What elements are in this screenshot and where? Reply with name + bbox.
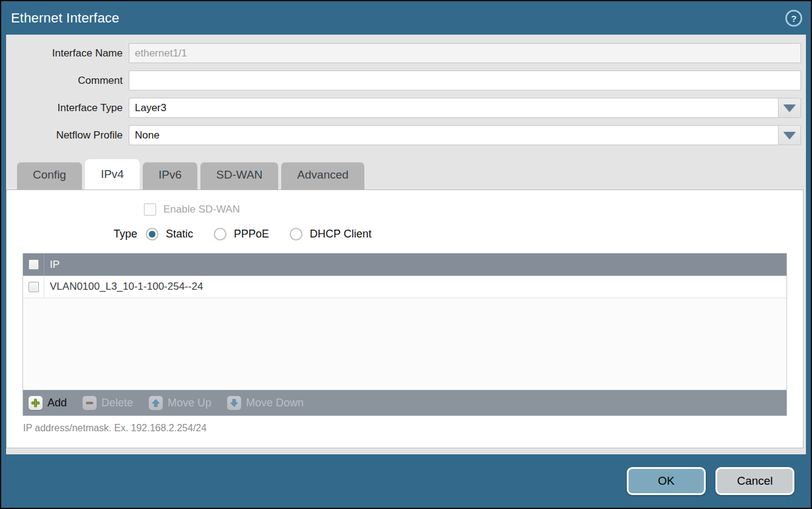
ethernet-interface-dialog: Ethernet Interface ? Interface Name Comm…: [0, 0, 812, 509]
radio-dhcp-client-label: DHCP Client: [310, 228, 372, 241]
ip-cell-value[interactable]: VLAN0100_L3_10-1-100-254--24: [44, 281, 203, 293]
chevron-down-icon: [783, 104, 796, 112]
form-row-netflow-profile: Netflow Profile None: [6, 125, 801, 145]
move-down-button-label: Move Down: [246, 397, 304, 409]
select-all-checkbox[interactable]: [29, 259, 39, 270]
dialog-title: Ethernet Interface: [11, 10, 119, 26]
header-checkbox-cell: [23, 253, 44, 276]
form-row-comment: Comment: [6, 70, 801, 91]
enable-sdwan-checkbox: [144, 203, 156, 216]
radio-pppoe-label: PPPoE: [234, 228, 269, 241]
cancel-button[interactable]: Cancel: [715, 467, 794, 495]
enable-sdwan-row: Enable SD-WAN: [144, 203, 803, 216]
radio-option-static[interactable]: Static: [146, 228, 193, 241]
ip-address-table: IP VLAN0100_L3_10-1-100-254--24: [22, 253, 787, 416]
interface-type-select[interactable]: Layer3: [129, 98, 801, 118]
table-empty-area: [23, 298, 786, 390]
tab-sdwan[interactable]: SD-WAN: [200, 162, 278, 190]
tab-ipv4[interactable]: IPv4: [85, 159, 140, 190]
row-checkbox[interactable]: [29, 282, 39, 292]
ip-format-hint: IP address/netmask. Ex. 192.168.2.254/24: [23, 423, 803, 434]
form-row-interface-name: Interface Name: [6, 43, 801, 63]
type-label: Type: [114, 228, 137, 241]
table-row[interactable]: VLAN0100_L3_10-1-100-254--24: [23, 276, 786, 298]
radio-option-dhcp-client[interactable]: DHCP Client: [290, 228, 372, 241]
interface-type-dropdown-button[interactable]: [778, 98, 801, 118]
ip-column-header: IP: [44, 259, 60, 271]
table-toolbar: Add Delete: [23, 390, 786, 415]
tab-config[interactable]: Config: [17, 162, 82, 190]
interface-name-field: [129, 43, 801, 63]
delete-button-label: Delete: [101, 397, 133, 409]
comment-field[interactable]: [129, 70, 801, 91]
radio-pppoe[interactable]: [214, 228, 227, 241]
ip-table-header: IP: [23, 253, 786, 276]
add-button[interactable]: Add: [29, 396, 67, 410]
interface-type-value[interactable]: Layer3: [129, 98, 778, 118]
form-row-interface-type: Interface Type Layer3: [6, 98, 801, 118]
add-button-label: Add: [47, 397, 67, 409]
help-icon[interactable]: ?: [785, 10, 802, 27]
interface-form: Interface Name Comment Interface Type La…: [6, 35, 806, 152]
dialog-titlebar: Ethernet Interface ?: [1, 1, 811, 35]
radio-dhcp-client[interactable]: [290, 228, 302, 241]
radio-option-pppoe[interactable]: PPPoE: [214, 228, 269, 241]
dialog-body: Interface Name Comment Interface Type La…: [6, 35, 806, 454]
enable-sdwan-label: Enable SD-WAN: [163, 203, 240, 216]
svg-text:?: ?: [791, 13, 796, 23]
minus-icon: [83, 396, 97, 410]
move-up-button-label: Move Up: [168, 397, 211, 409]
arrow-down-icon: [227, 396, 241, 410]
tab-ipv6[interactable]: IPv6: [143, 162, 197, 190]
tab-advanced[interactable]: Advanced: [281, 162, 364, 190]
radio-static[interactable]: [146, 228, 159, 241]
move-up-button: Move Up: [149, 396, 211, 410]
interface-type-label: Interface Type: [6, 102, 129, 114]
ok-button[interactable]: OK: [627, 467, 706, 495]
radio-static-label: Static: [166, 228, 193, 241]
netflow-profile-label: Netflow Profile: [6, 129, 129, 142]
delete-button: Delete: [83, 396, 133, 410]
type-radio-group: Type Static PPPoE DHCP Client: [114, 228, 803, 241]
chevron-down-icon: [783, 132, 796, 139]
row-checkbox-cell: [23, 276, 44, 298]
arrow-up-icon: [149, 396, 163, 410]
interface-name-label: Interface Name: [6, 47, 129, 60]
move-down-button: Move Down: [227, 396, 304, 410]
netflow-profile-value[interactable]: None: [129, 125, 778, 145]
plus-icon: [29, 396, 43, 410]
comment-label: Comment: [6, 75, 129, 87]
tab-bar: Config IPv4 IPv6 SD-WAN Advanced: [6, 159, 806, 190]
dialog-footer: OK Cancel: [1, 454, 811, 508]
netflow-profile-select[interactable]: None: [129, 125, 801, 145]
netflow-profile-dropdown-button[interactable]: [778, 125, 801, 145]
ipv4-tab-panel: Enable SD-WAN Type Static PPPoE DHCP Cli…: [6, 190, 803, 448]
